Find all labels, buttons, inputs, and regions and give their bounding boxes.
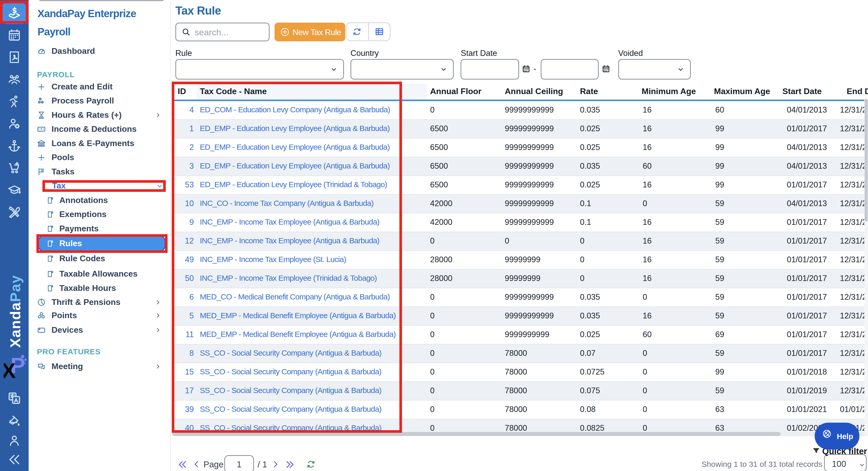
svg-text:X: X [4,359,16,378]
